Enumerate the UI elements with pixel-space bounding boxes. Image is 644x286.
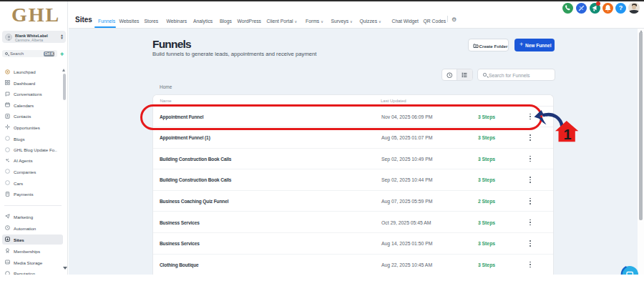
svg-text:1: 1: [563, 127, 571, 142]
